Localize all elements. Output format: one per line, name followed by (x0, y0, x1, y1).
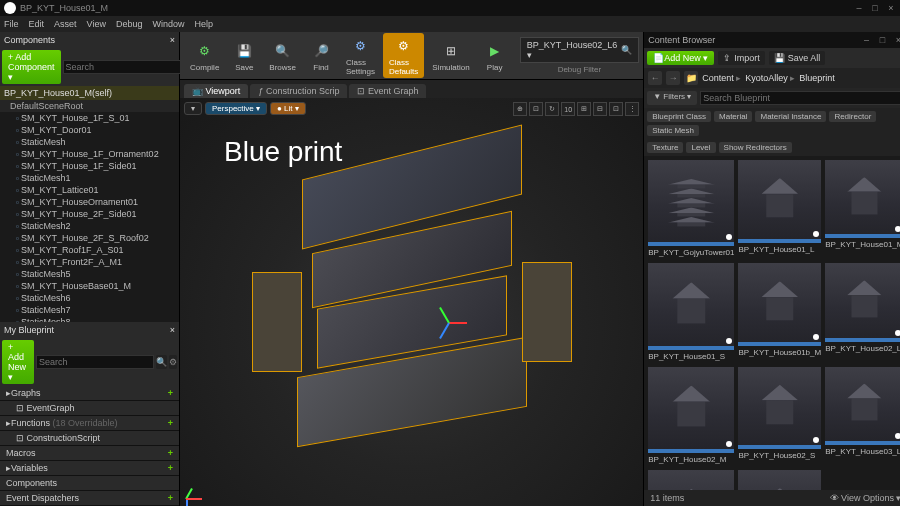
bp-constructionscript[interactable]: ⊡ ConstructionScript (0, 431, 179, 446)
asset-search-input[interactable] (700, 91, 900, 105)
minimize-icon[interactable]: – (861, 35, 871, 45)
tree-item[interactable]: SM_KYT_Door01 (0, 124, 179, 136)
tree-item[interactable]: StaticMesh2 (0, 220, 179, 232)
tree-item[interactable]: SM_KYT_HouseBase01_M (0, 280, 179, 292)
crumb-blueprint[interactable]: Blueprint (799, 73, 835, 83)
components-tab[interactable]: Components× (0, 32, 179, 48)
viewport-menu-icon[interactable]: ▾ (184, 102, 202, 115)
viewmode-dropdown[interactable]: ● Lit ▾ (270, 102, 306, 115)
add-component-button[interactable]: + Add Component ▾ (2, 50, 61, 84)
bp-section-macros[interactable]: Macros+ (0, 446, 179, 461)
myblueprint-tab[interactable]: My Blueprint× (0, 322, 179, 338)
minimize-icon[interactable]: – (854, 3, 864, 13)
filter-chip[interactable]: Show Redirectors (719, 142, 792, 153)
view-options-button[interactable]: 👁 View Options ▾ (830, 493, 900, 503)
class-defaults-button[interactable]: ⚙Class Defaults (383, 33, 424, 78)
nav-forward-icon[interactable]: → (666, 71, 680, 85)
components-tree[interactable]: BP_KYT_House01_M(self) DefaultSceneRoot … (0, 86, 179, 322)
simulation-button[interactable]: ⊞Simulation (426, 38, 475, 74)
search-icon[interactable]: 🔍 (156, 355, 167, 369)
folder-icon[interactable]: 📁 (684, 71, 698, 85)
play-button[interactable]: ▶Play (478, 38, 512, 74)
tree-item[interactable]: SM_KYT_House_2F_Side01 (0, 208, 179, 220)
debug-object-dropdown[interactable]: BP_KYT_House02_L6 ▾🔍 (520, 37, 640, 63)
compile-button[interactable]: ⚙Compile (184, 38, 225, 74)
asset-tile[interactable]: BP_KYT_House03_S (738, 470, 821, 490)
bp-section-dispatchers[interactable]: Event Dispatchers+ (0, 491, 179, 506)
tree-item[interactable]: SM_KYT_Lattice01 (0, 184, 179, 196)
close-tab-icon[interactable]: × (170, 325, 175, 335)
close-icon[interactable]: × (886, 3, 896, 13)
save-button[interactable]: 💾Save (227, 38, 261, 74)
tree-item[interactable]: SM_KYT_House_1F_S_01 (0, 112, 179, 124)
bp-eventgraph[interactable]: ⊡ EventGraph (0, 401, 179, 416)
asset-tile[interactable]: BP_KYT_House02_M (648, 367, 734, 466)
viewport-tool-button[interactable]: ⊡ (609, 102, 623, 116)
save-all-button[interactable]: 💾 Save All (769, 51, 826, 65)
close-tab-icon[interactable]: × (170, 35, 175, 45)
tree-item[interactable]: StaticMesh7 (0, 304, 179, 316)
cb-add-new-button[interactable]: 📄 Add New ▾ (647, 51, 714, 65)
tab-construction-script[interactable]: ƒ Construction Scrip (250, 84, 347, 98)
transform-gizmo[interactable] (431, 304, 467, 340)
tree-item[interactable]: SM_KYT_Roof1F_A_S01 (0, 244, 179, 256)
bp-section-components[interactable]: Components (0, 476, 179, 491)
import-button[interactable]: ⇪ Import (718, 51, 765, 65)
asset-tile[interactable]: BP_KYT_GojyuTower01 (648, 160, 734, 259)
menu-asset[interactable]: Asset (54, 19, 77, 29)
find-button[interactable]: 🔎Find (304, 38, 338, 74)
tab-viewport[interactable]: 📺 Viewport (184, 84, 248, 98)
nav-back-icon[interactable]: ← (648, 71, 662, 85)
filter-chip[interactable]: Blueprint Class (647, 111, 711, 122)
maximize-icon[interactable]: □ (877, 35, 887, 45)
filter-chip[interactable]: Static Mesh (647, 125, 699, 136)
asset-tile[interactable]: BP_KYT_House01_L (738, 160, 821, 259)
filters-button[interactable]: ▼ Filters ▾ (647, 91, 697, 105)
bp-section-variables[interactable]: ▸Variables+ (0, 461, 179, 476)
menu-view[interactable]: View (87, 19, 106, 29)
filter-chip[interactable]: Material (714, 111, 752, 122)
tab-event-graph[interactable]: ⊡ Event Graph (349, 84, 426, 98)
asset-tile[interactable]: BP_KYT_House01b_M (738, 263, 821, 362)
tree-item[interactable]: SM_KYT_Front2F_A_M1 (0, 256, 179, 268)
viewport[interactable]: ▾ Perspective ▾ ● Lit ▾ ⊕⊡↻10⊞⊟⊡⋮ Blue p… (180, 98, 643, 506)
tree-root[interactable]: BP_KYT_House01_M(self) (0, 86, 179, 100)
add-new-bp-button[interactable]: + Add New ▾ (2, 340, 34, 384)
asset-tile[interactable]: BP_KYT_House03_L (825, 367, 900, 466)
bp-section-graphs[interactable]: ▸Graphs+ (0, 386, 179, 401)
close-icon[interactable]: × (893, 35, 900, 45)
tree-item[interactable]: StaticMesh5 (0, 268, 179, 280)
asset-tile[interactable]: BP_KYT_House03_M (648, 470, 734, 490)
asset-tile[interactable]: BP_KYT_House02_S (738, 367, 821, 466)
filter-chip[interactable]: Material Instance (755, 111, 826, 122)
tree-item[interactable]: SM_KYT_House_1F_Ornament02 (0, 148, 179, 160)
asset-tile[interactable]: BP_KYT_House02_L (825, 263, 900, 362)
components-search-input[interactable] (63, 60, 181, 74)
viewport-tool-button[interactable]: ⊕ (513, 102, 527, 116)
filter-chip[interactable]: Redirector (829, 111, 876, 122)
filter-chip[interactable]: Level (686, 142, 715, 153)
myblueprint-search-input[interactable] (36, 355, 154, 369)
viewport-tool-button[interactable]: 10 (561, 102, 575, 116)
settings-icon[interactable]: ⚙ (169, 355, 177, 369)
filter-chip[interactable]: Texture (647, 142, 683, 153)
crumb-kyotoalley[interactable]: KyotoAlley (745, 73, 795, 83)
asset-tile[interactable]: BP_KYT_House01_S (648, 263, 734, 362)
tree-item[interactable]: SM_KYT_House_1F_Side01 (0, 160, 179, 172)
viewport-tool-button[interactable]: ⊞ (577, 102, 591, 116)
viewport-tool-button[interactable]: ↻ (545, 102, 559, 116)
browse-button[interactable]: 🔍Browse (263, 38, 302, 74)
menu-help[interactable]: Help (194, 19, 213, 29)
class-settings-button[interactable]: ⚙Class Settings (340, 33, 381, 78)
menu-edit[interactable]: Edit (29, 19, 45, 29)
tree-item[interactable]: StaticMesh1 (0, 172, 179, 184)
asset-tile[interactable]: BP_KYT_House01_M (825, 160, 900, 259)
viewport-tool-button[interactable]: ⋮ (625, 102, 639, 116)
tree-item[interactable]: SM_KYT_House_2F_S_Roof02 (0, 232, 179, 244)
menu-file[interactable]: File (4, 19, 19, 29)
tree-item[interactable]: StaticMesh6 (0, 292, 179, 304)
menu-debug[interactable]: Debug (116, 19, 143, 29)
tree-scene-root[interactable]: DefaultSceneRoot (0, 100, 179, 112)
tree-item[interactable]: StaticMesh (0, 136, 179, 148)
viewport-tool-button[interactable]: ⊡ (529, 102, 543, 116)
